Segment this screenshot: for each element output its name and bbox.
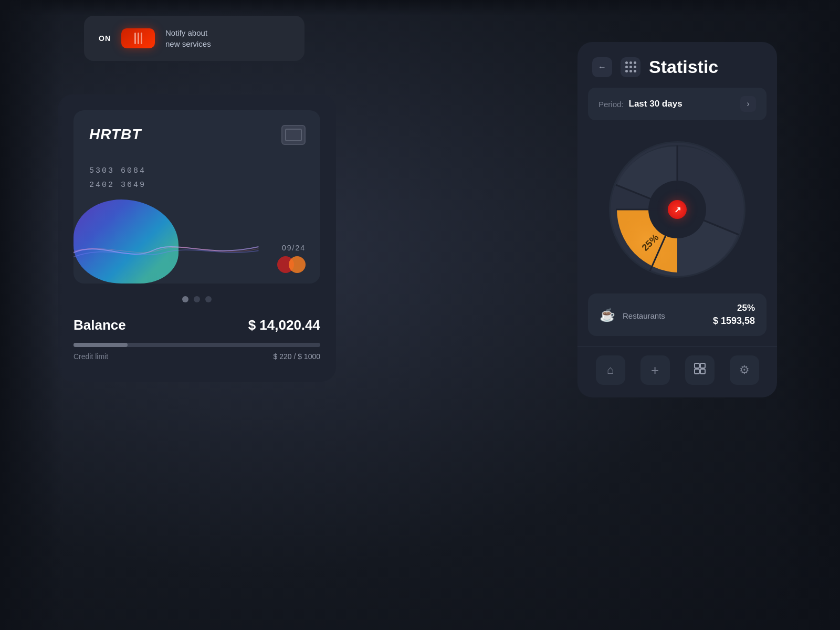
svg-rect-12 bbox=[700, 369, 705, 374]
card-expiry: 09/24 bbox=[282, 244, 306, 252]
home-icon: ⌂ bbox=[607, 363, 614, 377]
fade-right bbox=[777, 0, 840, 630]
credit-limit-value: $ 220 / $ 1000 bbox=[273, 352, 320, 361]
fade-top bbox=[0, 0, 840, 16]
svg-rect-11 bbox=[695, 369, 699, 374]
stat-panel: Statistic Period: Last 30 days › bbox=[578, 42, 777, 397]
bottom-nav: ⌂ + ⚙ bbox=[578, 346, 777, 397]
coffee-icon: ☕ bbox=[600, 308, 615, 322]
card-brand: HRTBT bbox=[89, 126, 141, 142]
settings-icon: ⚙ bbox=[739, 363, 750, 377]
chip-icon bbox=[281, 125, 306, 145]
nav-home-button[interactable]: ⌂ bbox=[596, 355, 625, 385]
cards-icon bbox=[694, 363, 706, 377]
dot-3[interactable] bbox=[205, 296, 212, 302]
fade-left bbox=[0, 0, 63, 630]
info-left: ☕ Restaurants bbox=[600, 308, 665, 322]
balance-label: Balance bbox=[74, 317, 126, 333]
period-arrow-icon[interactable]: › bbox=[740, 96, 756, 112]
period-left: Period: Last 30 days bbox=[598, 99, 682, 109]
info-right: 25% $ 1593,58 bbox=[713, 303, 755, 327]
stat-header: Statistic bbox=[578, 42, 777, 88]
toggle-switch[interactable] bbox=[121, 28, 155, 48]
notify-text: Notify about new services bbox=[165, 27, 211, 49]
info-amount: $ 1593,58 bbox=[713, 316, 755, 327]
credit-limit-section: Credit limit $ 220 / $ 1000 bbox=[74, 343, 320, 361]
mastercard-logo bbox=[277, 256, 306, 273]
dot-2[interactable] bbox=[194, 296, 200, 302]
card-dots bbox=[74, 296, 320, 302]
add-icon: + bbox=[651, 362, 659, 379]
pie-center-button[interactable] bbox=[668, 200, 687, 219]
nav-settings-button[interactable]: ⚙ bbox=[730, 355, 759, 385]
credit-limit-label: Credit limit bbox=[74, 352, 108, 361]
dot-1[interactable] bbox=[182, 296, 188, 302]
on-label: ON bbox=[99, 34, 111, 43]
grid-button[interactable] bbox=[621, 57, 640, 77]
nav-add-button[interactable]: + bbox=[640, 355, 670, 385]
balance-section: Balance $ 14,020.44 bbox=[74, 317, 320, 333]
credit-card: HRTBT 5303 6084 2402 3649 09/24 bbox=[74, 110, 320, 284]
credit-bar-fill bbox=[74, 343, 128, 347]
svg-rect-9 bbox=[695, 363, 699, 368]
card-panel: HRTBT 5303 6084 2402 3649 09/24 Ba bbox=[58, 94, 336, 382]
nav-cards-button[interactable] bbox=[685, 355, 715, 385]
period-value: Last 30 days bbox=[629, 99, 682, 109]
info-category: Restaurants bbox=[623, 311, 665, 320]
pie-chart: 25% bbox=[604, 136, 751, 283]
svg-rect-10 bbox=[700, 363, 705, 368]
stat-title: Statistic bbox=[649, 57, 762, 77]
notification-bar: ON Notify about new services bbox=[84, 16, 304, 61]
back-button[interactable] bbox=[592, 57, 612, 77]
credit-limit-row: Credit limit $ 220 / $ 1000 bbox=[74, 352, 320, 361]
card-number: 5303 6084 2402 3649 bbox=[89, 164, 304, 192]
chart-area: 25% bbox=[578, 131, 777, 293]
balance-amount: $ 14,020.44 bbox=[248, 317, 320, 333]
period-bar[interactable]: Period: Last 30 days › bbox=[588, 88, 766, 120]
info-card: ☕ Restaurants 25% $ 1593,58 bbox=[588, 293, 766, 336]
credit-bar-bg bbox=[74, 343, 320, 347]
info-percent: 25% bbox=[713, 303, 755, 313]
period-label: Period: bbox=[598, 100, 624, 109]
